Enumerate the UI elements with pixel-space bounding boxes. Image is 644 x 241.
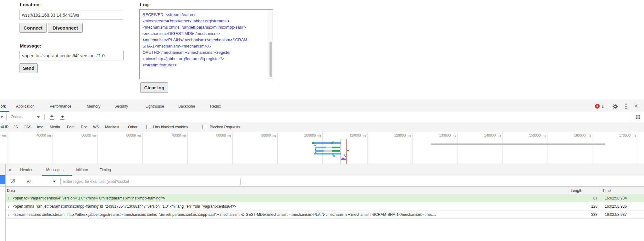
tab-performance[interactable]: Performance [50,100,71,112]
domcontentloaded-marker-line [341,139,341,164]
network-settings-icon[interactable] [636,115,641,120]
message-row-received[interactable]: ↓ <open xmlns='urn:ietf:params:xml:ns:xm… [6,202,644,210]
tab-headers[interactable]: Headers [20,164,34,176]
filter-ws[interactable]: WS [93,122,99,132]
log-line: </stream:features> [142,62,266,68]
column-header-data: Data [7,187,15,194]
timeline-tick: 140000 ms [467,133,501,137]
timeline-tick: 50000 ms [62,133,97,137]
divider [44,114,45,120]
network-overview-timeline[interactable]: ms 40000 ms 50000 ms 60000 ms 70000 ms 8… [0,132,644,164]
divider [631,114,631,120]
export-har-icon[interactable] [60,115,65,120]
toolbar-partial-label: e [1,112,3,122]
waterfall-bar [347,150,349,151]
log-scrollbar-thumb[interactable] [269,42,272,77]
connect-button[interactable]: Connect [19,23,47,33]
timeline-tick: 40000 ms [17,133,52,137]
active-tab-underline [0,111,9,112]
websocket-test-page: Location: Connect Disconnect Message: Se… [0,0,644,100]
tab-messages[interactable]: Messages [46,164,64,176]
divider [6,114,7,120]
waterfall-bar [332,150,340,152]
message-regex-input[interactable] [60,178,241,185]
block-icon[interactable] [11,179,15,183]
log-scrollbar-track[interactable] [269,10,273,79]
message-type-select[interactable]: All [27,176,31,187]
import-har-icon[interactable] [49,115,54,120]
filter-manifest[interactable]: Manifest [105,122,119,132]
close-devtools-icon[interactable]: × [635,103,638,109]
timeline-tick: 170000 ms [602,133,636,137]
error-count[interactable]: 1 [602,100,604,112]
message-input[interactable] [19,51,124,60]
send-button[interactable]: Send [19,63,38,73]
waterfall-bar [315,149,316,150]
filter-img[interactable]: Img [37,122,43,132]
filter-font[interactable]: Font [67,122,75,132]
error-badge-icon[interactable]: × [595,104,600,109]
message-length: 87 [569,194,600,202]
timeline-tick: 130000 ms [422,133,456,137]
timeline-tick: 120000 ms [377,133,411,137]
timeline-tick: 90000 ms [242,133,276,137]
timeline-tick: 80000 ms [197,133,231,137]
settings-icon[interactable] [613,104,618,109]
tab-redux[interactable]: Redux [210,100,221,112]
message-time: 16:02:58.937 [602,210,627,219]
message-data: <stream:features xmlns:stream='http://et… [13,210,565,219]
blocked-requests-checkbox[interactable] [202,125,206,129]
clear-log-button[interactable]: Clear log [140,82,168,93]
tab-timing[interactable]: Timing [100,164,111,176]
tab-initiator[interactable]: Initiator [76,164,88,176]
filter-css[interactable]: CSS [24,122,31,132]
divider [609,104,609,109]
timeline-tick: 100000 ms [287,133,321,137]
timeline-tick: 110000 ms [332,133,366,137]
tab-backbone[interactable]: Backbone [178,100,195,112]
close-detail-icon[interactable]: × [9,167,12,172]
column-header-time: Time [602,187,611,194]
message-label: Message: [20,43,41,48]
waterfall-bar [314,145,316,146]
active-detail-tab-underline [42,175,72,176]
tab-memory[interactable]: Memory [87,100,100,112]
waterfall-bar [333,155,335,157]
waterfall-bar [314,142,341,144]
has-blocked-cookies-checkbox[interactable] [146,125,150,129]
page-column-divider [132,0,132,98]
message-time: 16:02:58.934 [602,194,627,202]
tab-application[interactable]: Application [16,100,35,112]
waterfall-bar [324,150,332,152]
received-arrow-icon: ↓ [8,210,12,219]
throttling-select[interactable]: Online [11,112,22,122]
filter-xhr[interactable]: XHR [1,122,8,132]
message-data: <open xmlns='urn:ietf:params:xml:ns:xmpp… [13,202,565,210]
waterfall-bar [314,153,341,154]
tab-lighthouse[interactable]: Lighthouse [146,100,164,112]
filter-other[interactable]: Other [128,122,137,132]
waterfall-bar [331,142,333,144]
disconnect-button[interactable]: Disconnect [48,23,83,33]
tab-security[interactable]: Security [114,100,128,112]
message-row-received[interactable]: ↓ <stream:features xmlns:stream='http://… [6,210,644,219]
blocked-requests-label[interactable]: Blocked Requests [210,125,240,129]
timeline-tick: ms [0,133,7,137]
filter-doc[interactable]: Doc [81,122,87,132]
timeline-tick: 60000 ms [107,133,142,137]
log-line: SHA-1</mechanism><mechanism>X- [142,43,266,49]
has-blocked-cookies-label[interactable]: Has blocked cookies [153,125,188,129]
filter-media[interactable]: Media [50,122,60,132]
location-input[interactable] [19,10,123,20]
log-textarea[interactable]: RECEIVED: <stream:features xmlns:stream=… [139,9,273,79]
log-line: <mechanism>DIGEST-MD5</mechanism> [142,31,266,37]
more-options-icon[interactable]: ••• [625,103,627,109]
timeline-tick: 70000 ms [152,133,186,137]
chevron-down-icon[interactable] [53,181,56,182]
received-arrow-icon: ↓ [8,202,12,210]
selected-request-row[interactable] [0,175,5,184]
filter-js[interactable]: JS [14,122,18,132]
message-row-sent[interactable]: ↑ <open to="vagrant-centos64" version="1… [6,194,644,202]
message-length: 128 [569,202,600,210]
chevron-down-icon[interactable] [37,116,40,118]
